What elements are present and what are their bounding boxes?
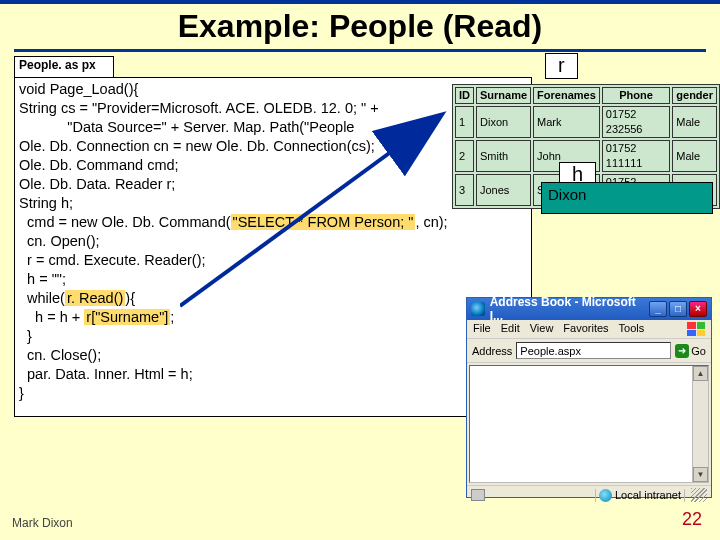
menu-file[interactable]: File: [473, 322, 491, 336]
minimize-button[interactable]: _: [649, 301, 667, 317]
maximize-button[interactable]: □: [669, 301, 687, 317]
globe-icon: [599, 489, 612, 502]
browser-title-text: Address Book - Microsoft I...: [490, 295, 649, 323]
browser-menubar: File Edit View Favorites Tools: [467, 320, 711, 339]
scroll-down-icon[interactable]: ▼: [693, 467, 708, 482]
browser-window: Address Book - Microsoft I... _ □ × File…: [466, 297, 712, 498]
table-header: ID: [455, 87, 474, 104]
browser-viewport: ▲ ▼: [469, 365, 709, 483]
security-zone: Local intranet: [595, 489, 685, 502]
scrollbar[interactable]: ▲ ▼: [692, 366, 708, 482]
close-button[interactable]: ×: [689, 301, 707, 317]
table-row: 1DixonMark01752 232556Male: [455, 106, 717, 138]
windows-flag-icon: [687, 322, 705, 336]
table-header: gender: [672, 87, 717, 104]
title-underline: [14, 49, 706, 52]
menu-edit[interactable]: Edit: [501, 322, 520, 336]
resize-grip-icon: [691, 488, 707, 502]
table-header: Surname: [476, 87, 531, 104]
browser-titlebar: Address Book - Microsoft I... _ □ ×: [467, 298, 711, 320]
page-number: 22: [682, 509, 702, 530]
address-input[interactable]: [516, 342, 671, 359]
footer-author: Mark Dixon: [12, 516, 73, 530]
scroll-up-icon[interactable]: ▲: [693, 366, 708, 381]
slide-title: Example: People (Read): [0, 4, 720, 49]
address-label: Address: [472, 345, 512, 357]
h-value-box: Dixon: [541, 182, 713, 214]
menu-favorites[interactable]: Favorites: [563, 322, 608, 336]
menu-view[interactable]: View: [530, 322, 554, 336]
go-button[interactable]: ➜Go: [675, 344, 706, 358]
r-label: r: [545, 53, 578, 79]
table-header: Forenames: [533, 87, 600, 104]
menu-tools[interactable]: Tools: [619, 322, 645, 336]
table-header: Phone: [602, 87, 671, 104]
ie-icon: [471, 302, 485, 316]
computer-icon: [471, 489, 485, 501]
